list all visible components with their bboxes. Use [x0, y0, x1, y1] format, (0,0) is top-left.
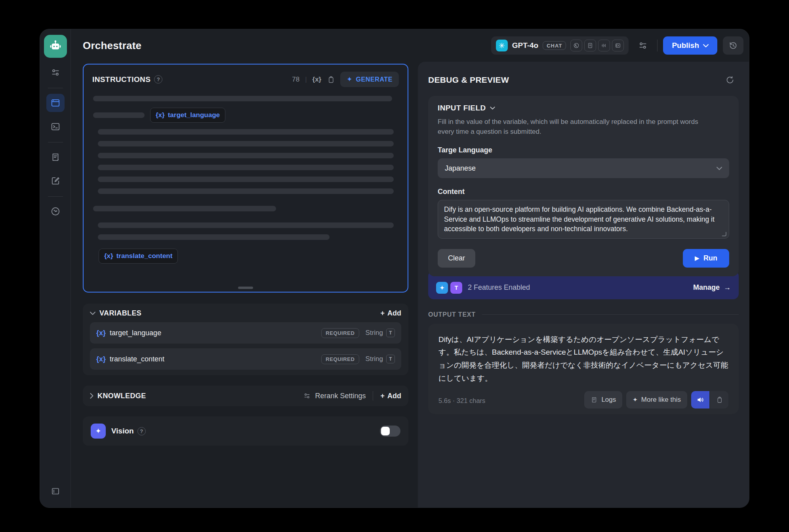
text-to-speech-feature-icon: T	[450, 282, 462, 294]
variables-title: VARIABLES	[99, 309, 141, 317]
skeleton-line	[98, 129, 394, 135]
audio-capability-icon	[598, 40, 610, 51]
restart-icon[interactable]	[721, 71, 739, 89]
skeleton-line	[98, 177, 394, 182]
clear-button[interactable]: Clear	[438, 249, 475, 268]
sidebar-item-annotation[interactable]	[46, 172, 65, 190]
output-text-label: OUTPUT TEXT	[428, 311, 476, 318]
features-enabled-text: 2 Features Enabled	[468, 283, 530, 292]
collapse-sidebar-icon[interactable]	[46, 482, 65, 500]
instructions-help-icon[interactable]: ?	[154, 75, 162, 84]
string-type-icon[interactable]: T	[386, 329, 395, 337]
sidebar-item-orchestrate[interactable]	[46, 94, 65, 112]
debug-preview-panel: DEBUG & PREVIEW INPUT FIELD	[418, 62, 749, 507]
speaker-button[interactable]	[691, 391, 709, 408]
chevron-down-icon	[490, 106, 495, 110]
prompt-editor[interactable]: {x} target_language	[84, 89, 408, 264]
play-icon: ▶	[695, 255, 699, 261]
resize-corner-icon[interactable]	[722, 232, 726, 236]
skeleton-line	[93, 112, 145, 118]
string-type-icon[interactable]: T	[386, 355, 395, 363]
chevron-down-icon[interactable]	[90, 312, 95, 315]
skeleton-line	[98, 222, 394, 228]
copy-icon[interactable]	[327, 75, 335, 84]
sidebar-divider	[48, 142, 63, 142]
output-card: Difyは、AIアプリケーションを構築するためのオープンソースプラットフォームで…	[428, 324, 739, 414]
instructions-panel: INSTRUCTIONS ? 78 | {x} ✦	[83, 64, 408, 293]
model-name: GPT-4o	[512, 41, 539, 50]
chevron-down-icon	[703, 44, 709, 48]
sidebar-item-monitoring[interactable]	[46, 202, 65, 220]
vision-toggle[interactable]	[380, 426, 400, 437]
skeleton-line	[98, 188, 394, 194]
sparkle-feature-icon: ✦	[436, 282, 448, 294]
rerank-settings-icon	[303, 392, 311, 400]
orchestrate-config-panel: INSTRUCTIONS ? 78 | {x} ✦	[71, 62, 418, 507]
sidebar-divider	[48, 196, 63, 197]
variable-chip-translate-content[interactable]: {x} translate_content	[99, 249, 178, 264]
logs-icon	[591, 396, 598, 403]
page-title: Orchestrate	[83, 40, 141, 52]
top-bar: Orchestrate ✳ GPT-4o CHAT	[71, 29, 749, 62]
sparkle-icon: ✦	[347, 75, 352, 84]
input-field-header[interactable]: INPUT FIELD	[438, 104, 729, 112]
run-button[interactable]: ▶ Run	[683, 249, 729, 268]
publish-button[interactable]: Publish	[663, 36, 717, 55]
sidebar-item-logs[interactable]	[46, 148, 65, 166]
input-field-description: Fill in the value of the variable, which…	[438, 117, 715, 137]
parameters-icon[interactable]	[634, 37, 652, 54]
video-capability-icon	[612, 40, 624, 51]
target-language-select[interactable]: Japanese	[438, 158, 729, 178]
chevron-right-icon[interactable]	[90, 393, 93, 399]
output-divider	[482, 314, 739, 315]
version-history-icon[interactable]	[723, 36, 743, 55]
resize-drag-handle[interactable]	[238, 287, 253, 289]
manage-features-button[interactable]: Manage →	[693, 283, 731, 292]
content-textarea[interactable]: Dify is an open-source platform for buil…	[438, 200, 729, 239]
app-robot-icon[interactable]	[44, 35, 67, 58]
vision-section: ✦ Vision ?	[83, 416, 408, 446]
insert-variable-icon[interactable]: {x}	[313, 76, 322, 84]
skeleton-line	[98, 141, 394, 146]
vision-help-icon[interactable]: ?	[137, 427, 146, 435]
sidebar	[40, 29, 71, 507]
instructions-title: INSTRUCTIONS	[92, 75, 151, 84]
required-badge: REQUIRED	[321, 328, 359, 338]
logs-button[interactable]: Logs	[584, 391, 622, 408]
sidebar-divider	[48, 88, 63, 88]
copy-icon	[716, 396, 723, 404]
model-params-icon[interactable]	[46, 63, 65, 82]
sparkle-icon: ✦	[633, 396, 638, 403]
model-selector[interactable]: ✳ GPT-4o CHAT	[491, 36, 629, 55]
required-badge: REQUIRED	[321, 354, 359, 364]
char-count: 78	[292, 76, 299, 84]
chevron-down-icon	[717, 167, 722, 170]
chat-mode-badge: CHAT	[543, 41, 566, 50]
skeleton-line	[93, 206, 276, 211]
vision-feature-icon: ✦	[91, 424, 106, 439]
copy-output-button[interactable]	[710, 391, 728, 408]
arrow-right-icon: →	[724, 283, 731, 292]
variable-row-translate-content[interactable]: {x} translate_content REQUIRED String T	[90, 348, 401, 370]
rerank-settings-button[interactable]: Rerank Settings	[303, 392, 366, 400]
skeleton-line	[93, 96, 392, 101]
app-window: Orchestrate ✳ GPT-4o CHAT	[40, 29, 749, 508]
knowledge-section: KNOWLEDGE Rerank Settings +Add	[83, 386, 408, 406]
variables-section: VARIABLES +Add {x} target_language REQUI…	[83, 304, 408, 375]
skeleton-line	[98, 165, 394, 170]
toolbar-divider	[657, 40, 658, 51]
sidebar-item-terminal[interactable]	[46, 118, 65, 136]
generate-button[interactable]: ✦ GENERATE	[340, 72, 399, 87]
vision-label: Vision	[111, 427, 134, 435]
document-capability-icon	[584, 40, 596, 51]
variable-row-target-language[interactable]: {x} target_language REQUIRED String T	[90, 322, 401, 344]
debug-title: DEBUG & PREVIEW	[428, 75, 509, 85]
skeleton-line	[98, 234, 330, 240]
content-label: Content	[438, 188, 729, 196]
variable-chip-target-language[interactable]: {x} target_language	[150, 108, 225, 123]
more-like-this-button[interactable]: ✦ More like this	[626, 391, 687, 408]
input-field-card: INPUT FIELD Fill in the value of the var…	[428, 96, 739, 276]
add-knowledge-button[interactable]: +Add	[380, 392, 401, 400]
vision-capability-icon	[570, 40, 582, 51]
add-variable-button[interactable]: +Add	[380, 309, 401, 317]
